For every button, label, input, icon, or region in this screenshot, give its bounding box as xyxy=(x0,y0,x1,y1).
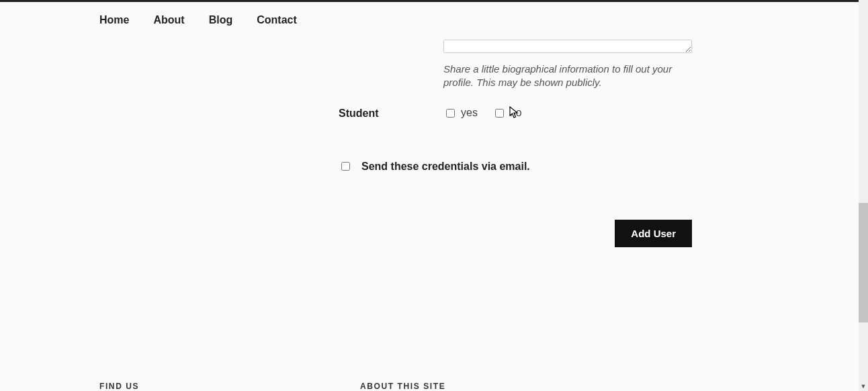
main-nav: Home About Blog Contact xyxy=(0,2,868,33)
add-user-button[interactable]: Add User xyxy=(615,220,692,247)
scrollbar-down-icon[interactable]: ▼ xyxy=(859,382,868,391)
footer-find-us: FIND US Address 123 Main Street xyxy=(99,382,356,391)
bio-textarea[interactable] xyxy=(443,40,692,53)
bio-helper-text: Share a little biographical information … xyxy=(443,62,692,89)
nav-about[interactable]: About xyxy=(153,14,184,26)
student-label: Student xyxy=(339,106,443,120)
student-yes-checkbox[interactable] xyxy=(446,109,455,118)
student-options: yes no xyxy=(443,107,789,120)
nav-contact[interactable]: Contact xyxy=(257,14,297,26)
nav-blog[interactable]: Blog xyxy=(209,14,233,26)
student-yes-label: yes xyxy=(461,107,478,119)
student-yes-option[interactable]: yes xyxy=(443,107,478,120)
scrollbar[interactable]: ▼ xyxy=(859,0,868,391)
nav-home[interactable]: Home xyxy=(99,14,129,26)
footer-about: ABOUT THIS SITE This may be a good place… xyxy=(360,382,769,391)
about-heading: ABOUT THIS SITE xyxy=(360,382,769,391)
scrollbar-thumb[interactable] xyxy=(859,203,868,322)
student-no-label: no xyxy=(510,107,522,119)
student-no-option[interactable]: no xyxy=(492,107,522,120)
send-credentials-checkbox[interactable] xyxy=(341,162,350,171)
footer: FIND US Address 123 Main Street ABOUT TH… xyxy=(0,382,868,391)
send-credentials-label: Send these credentials via email. xyxy=(361,161,530,173)
student-no-checkbox[interactable] xyxy=(495,109,504,118)
find-us-heading: FIND US xyxy=(99,382,356,391)
